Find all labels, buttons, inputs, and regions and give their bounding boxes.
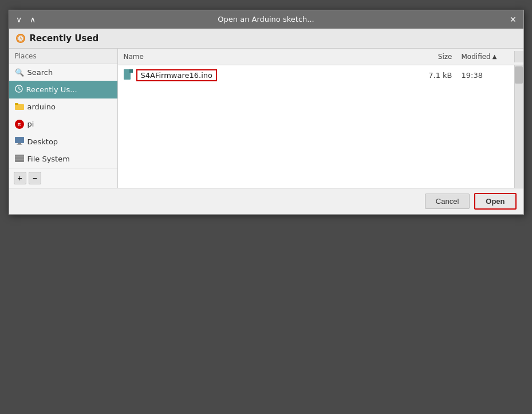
sidebar: Places 🔍 Search Recently Us.. bbox=[9, 49, 118, 188]
sidebar-item-filesystem[interactable]: File System bbox=[9, 151, 117, 168]
close-button[interactable]: ✕ bbox=[507, 15, 519, 23]
sidebar-item-desktop[interactable]: Desktop bbox=[9, 133, 117, 151]
sidebar-item-pi-label: pi bbox=[27, 120, 34, 128]
open-button[interactable]: Open bbox=[474, 193, 516, 210]
sidebar-item-recently-used-label: Recently Us... bbox=[26, 85, 77, 94]
file-row-name: S4AFirmware16.ino bbox=[118, 68, 417, 83]
svg-rect-9 bbox=[15, 137, 24, 143]
sidebar-item-recently-used[interactable]: Recently Us... bbox=[9, 81, 117, 98]
svg-rect-10 bbox=[18, 143, 21, 144]
dialog-body: Places 🔍 Search Recently Us.. bbox=[9, 49, 523, 188]
up-button[interactable]: ∧ bbox=[27, 15, 38, 23]
dialog-header: Recently Used bbox=[9, 29, 523, 49]
sidebar-item-filesystem-label: File System bbox=[27, 155, 70, 163]
open-dialog: ∨ ∧ Open an Arduino sketch... ✕ Recently… bbox=[9, 10, 524, 215]
sort-arrow-icon: ▲ bbox=[492, 53, 497, 60]
file-list-area: Name Size Modified ▲ bbox=[118, 49, 523, 188]
sidebar-item-arduino-label: arduino bbox=[27, 102, 56, 111]
svg-rect-17 bbox=[129, 69, 133, 73]
file-row-size: 7.1 kB bbox=[417, 69, 457, 81]
svg-line-2 bbox=[21, 38, 22, 40]
scrollbar-track bbox=[514, 51, 523, 62]
svg-rect-11 bbox=[17, 144, 22, 145]
file-row-modified: 19:38 bbox=[457, 69, 514, 81]
sidebar-item-search[interactable]: 🔍 Search bbox=[9, 64, 117, 81]
svg-rect-12 bbox=[15, 155, 24, 162]
remove-location-button[interactable]: − bbox=[29, 172, 41, 184]
search-icon: 🔍 bbox=[15, 68, 24, 77]
column-name[interactable]: Name bbox=[118, 51, 417, 62]
scrollbar-right[interactable] bbox=[514, 65, 523, 188]
scrollbar-thumb[interactable] bbox=[515, 66, 523, 84]
desktop-icon bbox=[15, 137, 24, 147]
filesystem-icon bbox=[15, 155, 24, 164]
pi-icon: π bbox=[15, 120, 24, 129]
selected-file-label: S4AFirmware16.ino bbox=[136, 69, 217, 81]
chevron-down-button[interactable]: ∨ bbox=[14, 15, 24, 23]
file-list-header: Name Size Modified ▲ bbox=[118, 49, 523, 65]
sidebar-item-desktop-label: Desktop bbox=[27, 137, 58, 146]
sidebar-item-arduino[interactable]: arduino bbox=[9, 98, 117, 116]
add-location-button[interactable]: + bbox=[14, 172, 26, 184]
column-modified[interactable]: Modified ▲ bbox=[457, 51, 514, 62]
dialog-title: Open an Arduino sketch... bbox=[48, 15, 484, 23]
sidebar-header: Places bbox=[9, 49, 117, 64]
ino-file-icon bbox=[124, 69, 133, 81]
title-bar: ∨ ∧ Open an Arduino sketch... ✕ bbox=[9, 10, 523, 29]
file-rows: S4AFirmware16.ino 7.1 kB 19:38 bbox=[118, 65, 514, 188]
folder-icon bbox=[15, 102, 24, 112]
dialog-footer: Cancel Open bbox=[9, 188, 523, 214]
dialog-header-title: Recently Used bbox=[30, 33, 99, 44]
sidebar-item-pi[interactable]: π pi bbox=[9, 116, 117, 133]
sidebar-item-search-label: Search bbox=[27, 68, 53, 77]
sidebar-footer: + − bbox=[9, 168, 117, 188]
column-size[interactable]: Size bbox=[417, 51, 457, 62]
clock-icon bbox=[16, 34, 25, 43]
clock-icon bbox=[15, 85, 23, 94]
table-row[interactable]: S4AFirmware16.ino 7.1 kB 19:38 bbox=[118, 65, 514, 85]
svg-line-5 bbox=[19, 89, 21, 90]
file-list-body: S4AFirmware16.ino 7.1 kB 19:38 bbox=[118, 65, 523, 188]
svg-rect-8 bbox=[15, 103, 18, 105]
cancel-button[interactable]: Cancel bbox=[425, 194, 470, 209]
